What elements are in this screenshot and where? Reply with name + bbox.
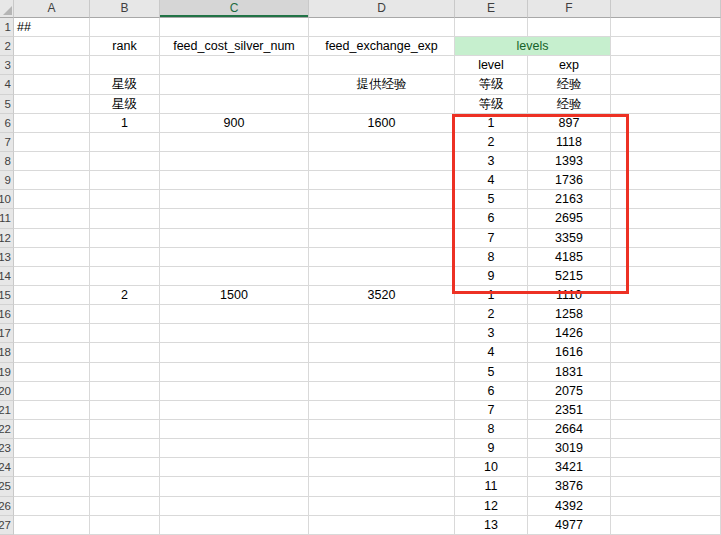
- cell-A26[interactable]: [14, 497, 90, 516]
- cell-F4[interactable]: 经验: [528, 75, 611, 94]
- cell-F12[interactable]: 3359: [528, 229, 611, 248]
- cell-A3[interactable]: [14, 56, 90, 75]
- cell-D20[interactable]: [309, 382, 455, 401]
- row-header-23[interactable]: 23: [0, 439, 14, 458]
- cell-E24[interactable]: 10: [455, 458, 528, 477]
- cell-B26[interactable]: [90, 497, 160, 516]
- cell-F5[interactable]: 经验: [528, 95, 611, 114]
- cell-D4[interactable]: 提供经验: [309, 75, 455, 94]
- cell-A6[interactable]: [14, 114, 90, 133]
- cell-B14[interactable]: [90, 267, 160, 286]
- cell-C22[interactable]: [160, 420, 309, 439]
- cell-F13[interactable]: 4185: [528, 248, 611, 267]
- cell-G11[interactable]: [611, 209, 721, 228]
- cell-B27[interactable]: [90, 516, 160, 535]
- cell-B9[interactable]: [90, 171, 160, 190]
- cell-D3[interactable]: [309, 56, 455, 75]
- cell-D26[interactable]: [309, 497, 455, 516]
- cell-C24[interactable]: [160, 458, 309, 477]
- select-all-corner[interactable]: [0, 0, 14, 18]
- cell-D12[interactable]: [309, 229, 455, 248]
- cell-G7[interactable]: [611, 133, 721, 152]
- cell-F10[interactable]: 2163: [528, 190, 611, 209]
- cell-B18[interactable]: [90, 343, 160, 362]
- cell-C21[interactable]: [160, 401, 309, 420]
- cell-B7[interactable]: [90, 133, 160, 152]
- cell-E10[interactable]: 5: [455, 190, 528, 209]
- row-header-7[interactable]: 7: [0, 133, 14, 152]
- cell-E5[interactable]: 等级: [455, 95, 528, 114]
- cell-A21[interactable]: [14, 401, 90, 420]
- cell-C20[interactable]: [160, 382, 309, 401]
- cell-G14[interactable]: [611, 267, 721, 286]
- column-header-F[interactable]: F: [528, 0, 611, 18]
- row-header-4[interactable]: 4: [0, 75, 14, 94]
- cell-E17[interactable]: 3: [455, 324, 528, 343]
- row-header-22[interactable]: 22: [0, 420, 14, 439]
- column-header-C[interactable]: C: [160, 0, 309, 18]
- cell-A24[interactable]: [14, 458, 90, 477]
- cell-A14[interactable]: [14, 267, 90, 286]
- row-header-2[interactable]: 2: [0, 37, 14, 56]
- cell-G13[interactable]: [611, 248, 721, 267]
- row-header-1[interactable]: 1: [0, 18, 14, 37]
- row-header-15[interactable]: 15: [0, 286, 14, 305]
- cell-B12[interactable]: [90, 229, 160, 248]
- cell-E2[interactable]: levels: [455, 37, 611, 56]
- row-header-9[interactable]: 9: [0, 171, 14, 190]
- cell-A1[interactable]: ##: [14, 18, 90, 37]
- cell-A12[interactable]: [14, 229, 90, 248]
- cell-E25[interactable]: 11: [455, 477, 528, 496]
- cell-D8[interactable]: [309, 152, 455, 171]
- cell-B16[interactable]: [90, 305, 160, 324]
- cell-D17[interactable]: [309, 324, 455, 343]
- row-header-24[interactable]: 24: [0, 458, 14, 477]
- cell-C19[interactable]: [160, 363, 309, 382]
- cell-D18[interactable]: [309, 343, 455, 362]
- row-header-20[interactable]: 20: [0, 382, 14, 401]
- cell-G15[interactable]: [611, 286, 721, 305]
- cell-B3[interactable]: [90, 56, 160, 75]
- cell-A27[interactable]: [14, 516, 90, 535]
- cell-D1[interactable]: [309, 18, 455, 37]
- row-header-16[interactable]: 16: [0, 305, 14, 324]
- cell-C4[interactable]: [160, 75, 309, 94]
- cell-F19[interactable]: 1831: [528, 363, 611, 382]
- cell-E14[interactable]: 9: [455, 267, 528, 286]
- cell-C12[interactable]: [160, 229, 309, 248]
- cell-C11[interactable]: [160, 209, 309, 228]
- cell-G23[interactable]: [611, 439, 721, 458]
- cell-D23[interactable]: [309, 439, 455, 458]
- cell-G2[interactable]: [611, 37, 721, 56]
- cell-E11[interactable]: 6: [455, 209, 528, 228]
- cell-A25[interactable]: [14, 477, 90, 496]
- cell-G9[interactable]: [611, 171, 721, 190]
- cell-G1[interactable]: [611, 18, 721, 37]
- cell-A11[interactable]: [14, 209, 90, 228]
- cell-G26[interactable]: [611, 497, 721, 516]
- cell-C27[interactable]: [160, 516, 309, 535]
- cell-D21[interactable]: [309, 401, 455, 420]
- cell-D9[interactable]: [309, 171, 455, 190]
- cell-C2[interactable]: feed_cost_silver_num: [160, 37, 309, 56]
- cell-A2[interactable]: [14, 37, 90, 56]
- cell-A16[interactable]: [14, 305, 90, 324]
- row-header-10[interactable]: 10: [0, 190, 14, 209]
- row-header-8[interactable]: 8: [0, 152, 14, 171]
- column-header-G[interactable]: [611, 0, 721, 18]
- cell-F8[interactable]: 1393: [528, 152, 611, 171]
- cell-A5[interactable]: [14, 95, 90, 114]
- cell-B22[interactable]: [90, 420, 160, 439]
- cell-D27[interactable]: [309, 516, 455, 535]
- cell-B19[interactable]: [90, 363, 160, 382]
- cell-B23[interactable]: [90, 439, 160, 458]
- cell-F21[interactable]: 2351: [528, 401, 611, 420]
- cell-B25[interactable]: [90, 477, 160, 496]
- cell-E15[interactable]: 1: [455, 286, 528, 305]
- row-header-26[interactable]: 26: [0, 497, 14, 516]
- cell-B4[interactable]: 星级: [90, 75, 160, 94]
- cell-A19[interactable]: [14, 363, 90, 382]
- cell-B20[interactable]: [90, 382, 160, 401]
- cell-D10[interactable]: [309, 190, 455, 209]
- cell-C26[interactable]: [160, 497, 309, 516]
